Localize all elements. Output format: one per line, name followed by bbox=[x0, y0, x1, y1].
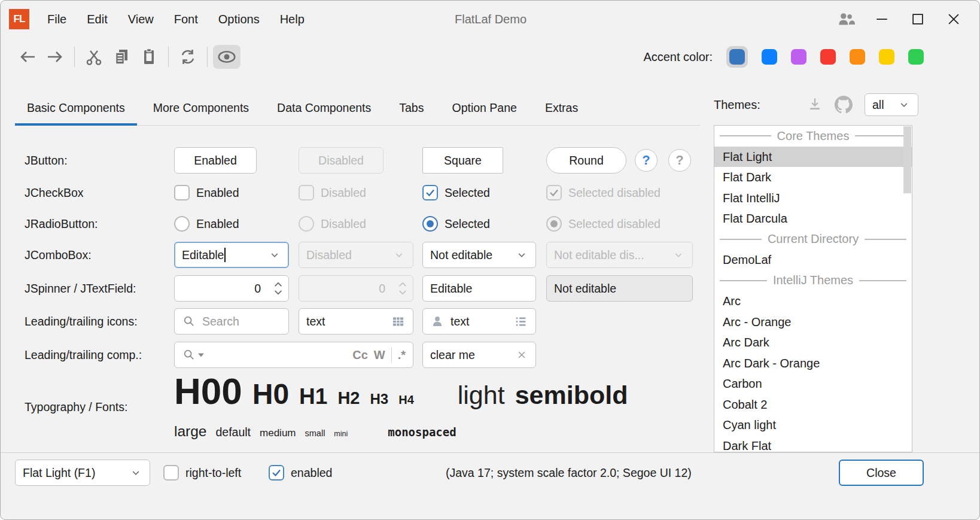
h00-sample: H00 bbox=[174, 370, 242, 412]
theme-item-flat-darcula[interactable]: Flat Darcula bbox=[714, 208, 912, 229]
radio-selected[interactable]: Selected bbox=[422, 215, 490, 233]
copy-icon bbox=[112, 47, 131, 66]
row-leading-trailing-icons: Leading/trailing icons: Search text bbox=[25, 308, 701, 334]
round-button[interactable]: Round bbox=[546, 147, 626, 174]
search-field[interactable]: Search bbox=[174, 308, 289, 334]
right-to-left-checkbox[interactable]: right-to-left bbox=[163, 460, 241, 486]
menubar: File Edit View Font Options Help bbox=[47, 13, 305, 26]
close-button[interactable]: Close bbox=[839, 460, 924, 486]
theme-item-flat-intellij[interactable]: Flat IntelliJ bbox=[714, 188, 912, 209]
search-placeholder: Search bbox=[202, 315, 239, 329]
users-button[interactable] bbox=[832, 7, 860, 32]
maximize-button[interactable] bbox=[904, 7, 932, 32]
menu-file[interactable]: File bbox=[47, 13, 66, 26]
spinner-buttons[interactable] bbox=[268, 281, 288, 296]
cut-button[interactable] bbox=[80, 45, 108, 69]
download-theme-button[interactable] bbox=[805, 95, 825, 115]
clearable-field[interactable]: clear me bbox=[422, 342, 536, 368]
combobox-not-editable-disabled: Not editable dis... bbox=[546, 242, 693, 268]
close-window-button[interactable] bbox=[940, 7, 967, 32]
menu-font[interactable]: Font bbox=[174, 13, 198, 26]
tab-more-components[interactable]: More Components bbox=[141, 90, 261, 125]
theme-item-arc[interactable]: Arc bbox=[714, 291, 912, 312]
text-caret bbox=[224, 248, 226, 262]
menu-options[interactable]: Options bbox=[218, 13, 260, 26]
spinner[interactable]: 0 bbox=[174, 275, 289, 302]
radio-enabled[interactable]: Enabled bbox=[174, 215, 239, 233]
textfield-value: clear me bbox=[430, 348, 475, 362]
theme-item-flat-light[interactable]: Flat Light bbox=[714, 147, 912, 168]
cut-icon bbox=[84, 47, 104, 66]
radio-circle bbox=[422, 216, 438, 232]
theme-item-cyan-light[interactable]: Cyan light bbox=[714, 415, 912, 436]
search-menu-button[interactable] bbox=[182, 348, 204, 362]
theme-item-cobalt-2[interactable]: Cobalt 2 bbox=[714, 394, 912, 415]
themes-scrollbar-thumb[interactable] bbox=[903, 126, 911, 193]
toolbar: Accent color: bbox=[1, 38, 979, 76]
theme-item-arc-dark[interactable]: Arc Dark bbox=[714, 332, 912, 353]
checkbox-label: Selected bbox=[445, 186, 490, 200]
download-icon bbox=[806, 96, 823, 113]
accent-swatch-purple[interactable] bbox=[791, 49, 806, 65]
tab-tabs[interactable]: Tabs bbox=[387, 90, 436, 125]
eye-icon bbox=[217, 47, 237, 67]
divider bbox=[391, 347, 392, 363]
accent-swatch-blue[interactable] bbox=[762, 49, 777, 65]
laf-selector-combo[interactable]: Flat Light (F1) bbox=[15, 460, 150, 486]
whole-word-button[interactable]: W bbox=[374, 348, 385, 362]
search-with-options-field[interactable]: Cc W .* bbox=[174, 342, 413, 368]
table-icon bbox=[391, 314, 406, 329]
match-case-button[interactable]: Cc bbox=[352, 348, 368, 362]
checkbox-enabled[interactable]: Enabled bbox=[174, 184, 239, 202]
window-title: FlatLaf Demo bbox=[371, 13, 610, 26]
github-icon bbox=[835, 96, 853, 114]
accent-swatch-default[interactable] bbox=[726, 46, 748, 68]
combobox-not-editable[interactable]: Not editable bbox=[422, 242, 536, 268]
theme-item-arc-dark-orange[interactable]: Arc Dark - Orange bbox=[714, 353, 912, 374]
theme-item-flat-dark[interactable]: Flat Dark bbox=[714, 167, 912, 188]
checkbox-box bbox=[163, 465, 179, 481]
accent-swatch-red[interactable] bbox=[820, 49, 836, 65]
tab-option-pane[interactable]: Option Pane bbox=[440, 90, 528, 125]
tab-basic-components[interactable]: Basic Components bbox=[15, 90, 137, 125]
radio-circle bbox=[299, 216, 314, 232]
themes-filter-combo[interactable]: all bbox=[865, 93, 918, 116]
theme-item-arc-orange[interactable]: Arc - Orange bbox=[714, 312, 912, 333]
enabled-checkbox[interactable]: enabled bbox=[269, 460, 332, 486]
paste-button[interactable] bbox=[135, 45, 163, 69]
show-hidden-toggle-button[interactable] bbox=[213, 45, 241, 69]
accent-swatch-yellow[interactable] bbox=[879, 49, 894, 65]
theme-item-demolaf[interactable]: DemoLaf bbox=[714, 250, 912, 270]
text-field-trailing-table[interactable]: text bbox=[299, 308, 413, 334]
minimize-button[interactable] bbox=[868, 7, 896, 32]
h0-sample: H0 bbox=[252, 378, 289, 410]
tab-extras[interactable]: Extras bbox=[533, 90, 590, 125]
theme-item-carbon[interactable]: Carbon bbox=[714, 373, 912, 394]
tab-data-components[interactable]: Data Components bbox=[265, 90, 383, 125]
spinner-value[interactable]: 0 bbox=[175, 282, 268, 296]
forward-button[interactable] bbox=[41, 45, 69, 69]
enabled-button[interactable]: Enabled bbox=[174, 147, 257, 174]
accent-swatch-orange[interactable] bbox=[850, 49, 865, 65]
accent-swatch-green[interactable] bbox=[908, 49, 924, 65]
spinner-buttons bbox=[392, 281, 413, 296]
square-button[interactable]: Square bbox=[422, 147, 503, 174]
github-button[interactable] bbox=[833, 95, 854, 115]
clear-icon[interactable] bbox=[515, 348, 528, 361]
checkbox-selected[interactable]: Selected bbox=[422, 184, 490, 202]
radio-label: Enabled bbox=[196, 217, 239, 231]
refresh-button[interactable] bbox=[174, 45, 202, 69]
text-field-leading-user[interactable]: text bbox=[422, 308, 536, 334]
copy-button[interactable] bbox=[108, 45, 135, 69]
back-button[interactable] bbox=[14, 45, 41, 69]
textfield-editable[interactable]: Editable bbox=[422, 275, 536, 302]
chevron-down-icon bbox=[392, 248, 406, 261]
menu-help[interactable]: Help bbox=[280, 13, 305, 26]
toolbar-separator bbox=[168, 47, 169, 67]
combobox-editable[interactable]: Editable bbox=[174, 242, 289, 268]
help-button[interactable]: ? bbox=[635, 149, 658, 172]
theme-item-dark-flat[interactable]: Dark Flat bbox=[714, 436, 912, 453]
menu-edit[interactable]: Edit bbox=[87, 13, 107, 26]
regex-button[interactable]: .* bbox=[398, 348, 406, 362]
menu-view[interactable]: View bbox=[128, 13, 154, 26]
